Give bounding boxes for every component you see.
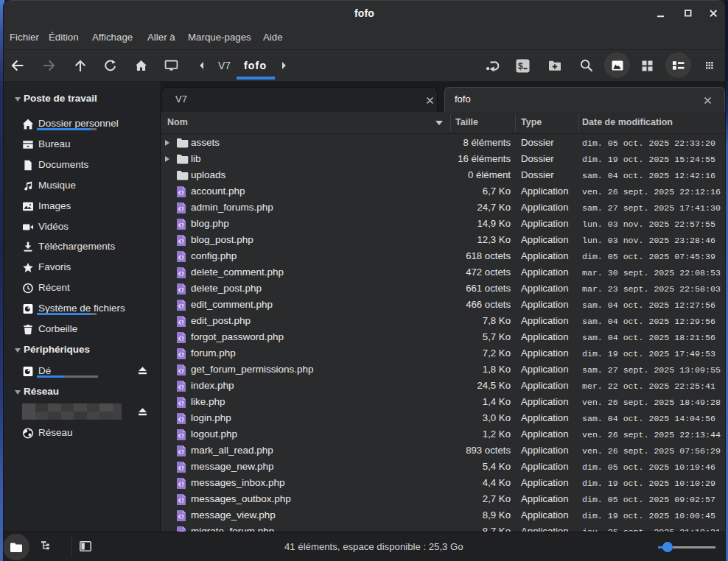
svg-text:$: $ xyxy=(518,60,523,71)
